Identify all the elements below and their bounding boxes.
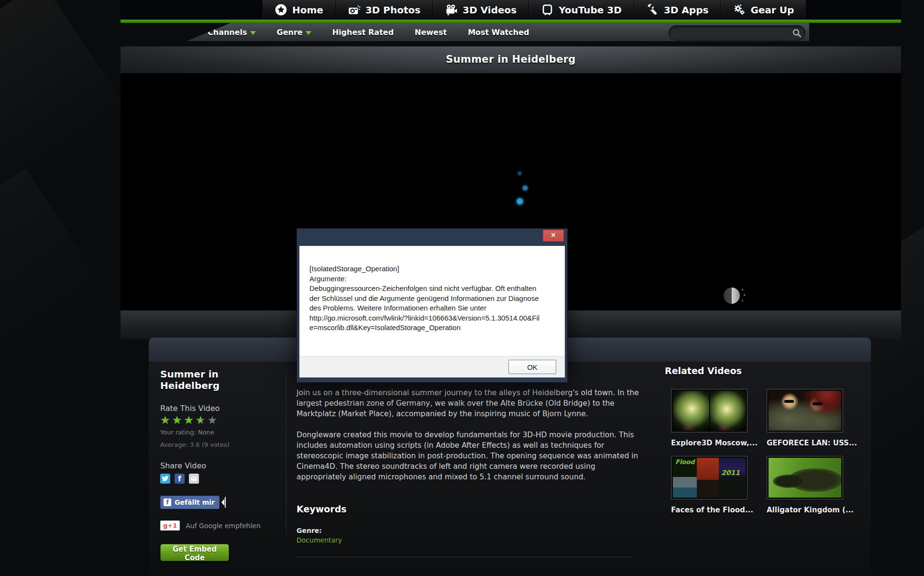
nav-tab-label: Gear Up (750, 4, 794, 16)
facebook-like-row: f Gefällt mir (160, 496, 280, 509)
related-video-title[interactable]: GEFORECE LAN: USS... (767, 439, 844, 447)
video-info-column: Summer in Heidelberg Rate This Video ★★★… (160, 368, 280, 562)
magnifier-icon[interactable] (791, 27, 803, 39)
gears-icon (733, 3, 746, 16)
share-icons-row: f (160, 474, 280, 484)
related-videos-heading: Related Videos (665, 366, 890, 376)
related-video-item[interactable]: Explore3D Moscow,... (671, 389, 748, 447)
close-icon[interactable]: ✕ (543, 230, 564, 242)
star-icon[interactable]: ★★ (172, 415, 182, 426)
nav-tab-label: 3D Photos (365, 4, 420, 16)
facebook-f-icon: f (164, 498, 171, 506)
twitter-icon[interactable] (160, 474, 170, 484)
subnav-label: Genre (277, 28, 303, 37)
section-divider (297, 557, 632, 557)
subnav-item-highest-rated[interactable]: Highest Rated (332, 28, 394, 37)
get-embed-code-button[interactable]: Get Embed Code (160, 544, 229, 561)
description-paragraph: Dongleware created this movie to develop… (297, 430, 644, 482)
nav-tab-3d-videos[interactable]: 3D Videos (432, 0, 528, 20)
subnav-label: Channels (208, 28, 247, 37)
flood-collage-thumbnail-image: Flood 2011 (673, 458, 746, 498)
facebook-like-button[interactable]: f Gefällt mir (160, 496, 220, 509)
related-video-title[interactable]: Alligator Kingdom (... (767, 506, 844, 514)
subnav-item-most-watched[interactable]: Most Watched (468, 28, 529, 37)
search-input[interactable] (675, 27, 786, 39)
star-icon[interactable]: ★★ (160, 415, 170, 426)
google-plus-label: Auf Google empfehlen (186, 522, 261, 530)
error-dialog-line: Argumente: (309, 274, 556, 284)
share-label: Share Video (160, 461, 280, 470)
description-column: Join us on a three-dimensional summer jo… (297, 388, 644, 544)
nav-tab-3d-apps[interactable]: 3D Apps (634, 0, 721, 20)
keywords-heading: Keywords (297, 504, 644, 514)
fireworks-thumbnail-image (673, 391, 746, 431)
loading-dot (517, 198, 523, 205)
accent-green-bar (121, 20, 901, 23)
page-title-bar: Summer in Heidelberg (121, 46, 901, 73)
collage-cell (719, 477, 746, 498)
nav-tab-label: Home (292, 4, 323, 16)
nav-tab-3d-photos[interactable]: 3D Photos (335, 0, 432, 20)
loading-dot (522, 185, 528, 191)
collage-cell (697, 480, 719, 498)
knob-tick (744, 294, 745, 296)
subnav-label: Most Watched (468, 28, 529, 37)
your-rating-text: Your rating: None (160, 429, 280, 436)
google-plus-row[interactable]: g+1 Auf Google empfehlen (160, 521, 280, 531)
subnav-item-channels[interactable]: Channels (208, 28, 256, 37)
lan-party-thumbnail-image (769, 391, 841, 431)
nav-tab-home[interactable]: Home (262, 0, 335, 20)
like-button-label: Gefällt mir (175, 498, 215, 506)
related-video-title[interactable]: Explore3D Moscow,... (671, 439, 748, 447)
loading-dot (517, 171, 522, 176)
movie-camera-icon (445, 3, 458, 16)
related-video-title[interactable]: Faces of the Flood... (671, 506, 748, 514)
star-icon[interactable]: ★★ (208, 415, 218, 426)
related-video-thumbnail[interactable] (671, 389, 748, 432)
collage-cell (697, 458, 719, 480)
contrast-knob-icon[interactable] (724, 288, 740, 304)
knob-tick (742, 289, 743, 290)
error-dialog-body: [IsolatedStorage_Operation] Argumente: D… (299, 246, 565, 377)
google-plus-one-icon[interactable]: g+1 (160, 521, 180, 531)
related-video-thumbnail[interactable]: Flood 2011 (671, 456, 748, 499)
subnav-label: Highest Rated (332, 28, 394, 37)
subnav-item-genre[interactable]: Genre (277, 28, 311, 37)
genre-link-documentary[interactable]: Documentary (297, 536, 342, 544)
like-count-bubble-tail (221, 499, 224, 506)
related-video-thumbnail[interactable] (767, 389, 843, 432)
column-divider (286, 369, 286, 534)
nav-tabs: Home 3D Photos 3D Videos YouTube 3D 3D A… (262, 0, 806, 20)
subnav-item-newest[interactable]: Newest (415, 28, 447, 37)
video-title: Summer in Heidelberg (160, 368, 280, 391)
collage-cell (673, 477, 697, 487)
wrench-icon (646, 3, 659, 16)
genre-label: Genre: (297, 527, 644, 534)
star-icon[interactable]: ★★ (184, 415, 194, 426)
related-video-item[interactable]: Alligator Kingdom (... (767, 456, 844, 514)
rating-stars[interactable]: ★★★★★★★★★★ (160, 415, 280, 426)
nav-tab-label: YouTube 3D (559, 4, 622, 16)
star-icon[interactable]: ★★ (196, 415, 206, 426)
related-video-item[interactable]: GEFORECE LAN: USS... (767, 389, 844, 447)
top-navigation: Home 3D Photos 3D Videos YouTube 3D 3D A… (121, 0, 901, 20)
nav-tab-gear-up[interactable]: Gear Up (720, 0, 806, 20)
page-root: Home 3D Photos 3D Videos YouTube 3D 3D A… (0, 0, 924, 576)
error-dialog-line: des Problems. Weitere Informationen erha… (309, 303, 556, 313)
related-video-item[interactable]: Flood 2011 Faces of the Flood... (671, 456, 748, 514)
tv-icon (541, 3, 554, 16)
alligator-thumbnail-image (769, 458, 841, 498)
error-dialog-line: http://go.microsoft.com/fwlink/?linkid=1… (309, 313, 556, 323)
chevron-down-icon (306, 31, 311, 35)
related-video-thumbnail[interactable] (767, 456, 843, 499)
star-icon (275, 3, 287, 16)
camera-icon (348, 3, 361, 16)
email-icon[interactable] (189, 474, 199, 484)
ok-button[interactable]: OK (508, 360, 556, 374)
average-rating-text: Average: 3.6 (9 votes) (160, 441, 280, 448)
error-dialog-line: [IsolatedStorage_Operation] (309, 264, 556, 274)
facebook-icon[interactable]: f (175, 474, 185, 484)
nav-tab-youtube-3d[interactable]: YouTube 3D (528, 0, 634, 20)
error-dialog-line: e=mscorlib.dll&Key=IsolatedStorage_Opera… (309, 323, 556, 333)
related-videos-column: Related Videos Explore3D Moscow,... GEFO… (665, 366, 890, 376)
